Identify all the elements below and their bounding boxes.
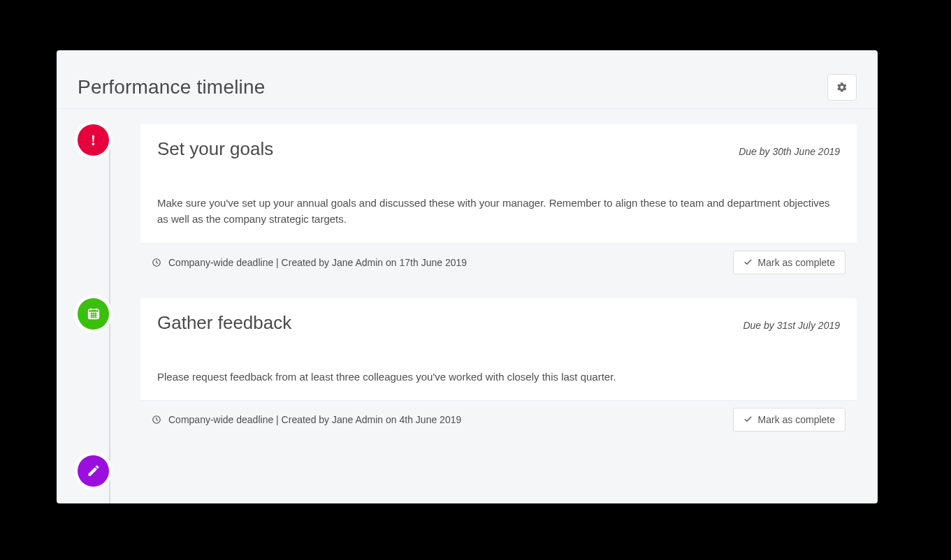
card-footer: Company-wide deadline | Created by Jane … (140, 243, 857, 281)
check-icon (743, 258, 753, 267)
card-meta-text: Company-wide deadline | Created by Jane … (168, 257, 467, 268)
clock-icon (152, 415, 161, 425)
card-body: Set your goals Due by 30th June 2019 Mak… (140, 124, 857, 243)
card-title-row: Set your goals Due by 30th June 2019 (157, 138, 840, 160)
due-date: Due by 31st July 2019 (743, 320, 840, 331)
card-title: Gather feedback (157, 312, 291, 334)
timeline-badge-edit (78, 455, 109, 487)
settings-button[interactable] (827, 74, 857, 101)
exclamation-icon: ! (91, 133, 96, 148)
page-title: Performance timeline (78, 76, 266, 98)
card-footer: Company-wide deadline | Created by Jane … (140, 400, 857, 439)
performance-timeline-panel: Performance timeline ! Set your goals Du… (57, 50, 878, 503)
card-meta: Company-wide deadline | Created by Jane … (152, 414, 461, 425)
calendar-icon (87, 307, 101, 320)
mark-complete-label: Mark as complete (758, 257, 835, 268)
due-date: Due by 30th June 2019 (739, 146, 840, 157)
timeline-item (78, 455, 857, 487)
panel-header: Performance timeline (57, 50, 878, 109)
card-meta-text: Company-wide deadline | Created by Jane … (168, 414, 461, 425)
card-meta: Company-wide deadline | Created by Jane … (152, 257, 467, 268)
mark-complete-label: Mark as complete (758, 414, 835, 425)
timeline: ! Set your goals Due by 30th June 2019 M… (57, 109, 878, 503)
card-description: Make sure you've set up your annual goal… (157, 195, 840, 228)
mark-complete-button[interactable]: Mark as complete (733, 251, 845, 274)
mark-complete-button[interactable]: Mark as complete (733, 408, 845, 432)
timeline-card: Gather feedback Due by 31st July 2019 Pl… (140, 298, 857, 439)
timeline-badge-alert: ! (78, 124, 109, 156)
clock-icon (152, 258, 161, 267)
timeline-item: Gather feedback Due by 31st July 2019 Pl… (78, 298, 857, 439)
timeline-card: Set your goals Due by 30th June 2019 Mak… (140, 124, 857, 281)
check-icon (743, 415, 753, 424)
card-description: Please request feedback from at least th… (157, 369, 840, 385)
timeline-item: ! Set your goals Due by 30th June 2019 M… (78, 124, 857, 281)
gear-icon (836, 82, 848, 93)
card-title: Set your goals (157, 138, 273, 160)
pencil-icon (87, 464, 101, 478)
timeline-badge-calendar (78, 298, 109, 330)
card-body: Gather feedback Due by 31st July 2019 Pl… (140, 298, 857, 400)
card-title-row: Gather feedback Due by 31st July 2019 (157, 312, 840, 334)
